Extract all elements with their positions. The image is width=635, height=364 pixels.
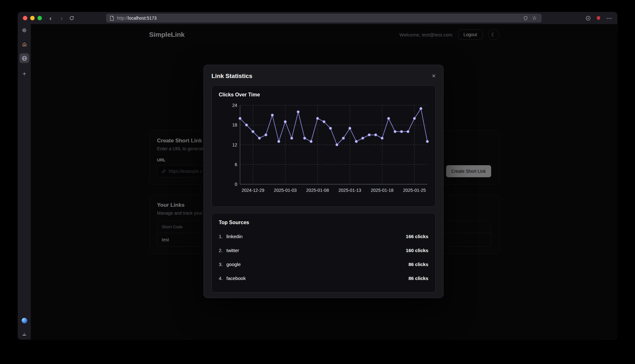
svg-text:2025-01-18: 2025-01-18 (371, 188, 394, 193)
page-viewport: SimpleLink Welcome, test@test.com Logout… (31, 24, 617, 340)
workspace-sphere-icon[interactable] (19, 315, 29, 325)
toolbar-extensions: ⋯ (585, 15, 612, 22)
new-tab-plus-icon[interactable]: + (19, 69, 29, 79)
source-rank: 2. (219, 248, 226, 253)
tracking-shield-icon[interactable] (523, 16, 528, 21)
page-icon (110, 16, 114, 21)
address-bar[interactable]: http://localhost:5173 ☆ (106, 14, 542, 23)
active-tab-globe-icon[interactable] (19, 53, 29, 63)
top-sources-panel: Top Sources 1. linkedin 166 clicks 2. tw… (211, 213, 436, 293)
back-icon[interactable]: ‹ (47, 15, 54, 22)
browser-window: ‹ › http://localhost:5173 ☆ (18, 12, 617, 340)
downloads-icon[interactable]: ↓ (19, 328, 29, 338)
modal-title: Link Statistics (211, 73, 252, 80)
adblocker-extension-icon[interactable] (596, 16, 601, 21)
svg-text:0: 0 (235, 182, 237, 187)
window-controls (23, 16, 42, 20)
nav-controls: ‹ › (47, 15, 74, 22)
link-statistics-modal: Link Statistics × Clicks Over Time 06121… (204, 65, 444, 298)
close-modal-icon[interactable]: × (432, 73, 436, 79)
browser-toolbar: ‹ › http://localhost:5173 ☆ (18, 12, 617, 24)
window-minimize-button[interactable] (30, 16, 35, 20)
svg-text:6: 6 (235, 162, 237, 167)
source-rank: 3. (219, 262, 226, 267)
svg-text:18: 18 (232, 122, 237, 127)
source-rank: 1. (219, 234, 226, 239)
source-clicks: 86 clicks (408, 262, 428, 267)
source-row: 2. twitter 160 clicks (219, 243, 428, 257)
source-name: linkedin (226, 234, 243, 239)
svg-text:2025-01-25: 2025-01-25 (403, 188, 426, 193)
top-sources-title: Top Sources (219, 220, 428, 225)
svg-text:12: 12 (232, 142, 237, 147)
source-name: google (226, 262, 241, 267)
source-clicks: 166 clicks (406, 234, 428, 239)
forward-icon[interactable]: › (58, 15, 65, 22)
sources-list: 1. linkedin 166 clicks 2. twitter 160 cl… (219, 229, 428, 285)
source-name: twitter (226, 248, 239, 253)
home-tab-icon[interactable] (19, 39, 29, 49)
chart-title: Clicks Over Time (219, 92, 428, 98)
url-text: http://localhost:5173 (117, 16, 157, 21)
bookmark-star-icon[interactable]: ☆ (531, 15, 538, 22)
source-row: 1. linkedin 166 clicks (219, 229, 428, 243)
window-zoom-button[interactable] (37, 16, 42, 20)
source-rank: 4. (219, 276, 226, 281)
window-close-button[interactable] (23, 16, 27, 20)
browser-sidebar: + ↓ (18, 24, 31, 340)
svg-text:2025-01-13: 2025-01-13 (338, 188, 361, 193)
svg-text:24: 24 (232, 103, 237, 108)
clicks-over-time-chart: 061218242024-12-292025-01-032025-01-0820… (219, 100, 429, 195)
extension-icon[interactable] (585, 16, 591, 21)
source-row: 3. google 86 clicks (219, 257, 428, 271)
source-clicks: 86 clicks (408, 276, 428, 281)
settings-gear-icon[interactable] (19, 25, 29, 35)
svg-text:2025-01-03: 2025-01-03 (274, 188, 297, 193)
reload-icon[interactable] (69, 16, 74, 21)
menu-icon[interactable]: ⋯ (606, 15, 612, 22)
source-row: 4. facebook 86 clicks (219, 271, 428, 285)
svg-text:2025-01-08: 2025-01-08 (306, 188, 329, 193)
source-name: facebook (226, 276, 246, 281)
source-clicks: 160 clicks (406, 248, 428, 253)
clicks-over-time-panel: Clicks Over Time 061218242024-12-292025-… (211, 85, 436, 207)
svg-text:2024-12-29: 2024-12-29 (242, 188, 264, 193)
